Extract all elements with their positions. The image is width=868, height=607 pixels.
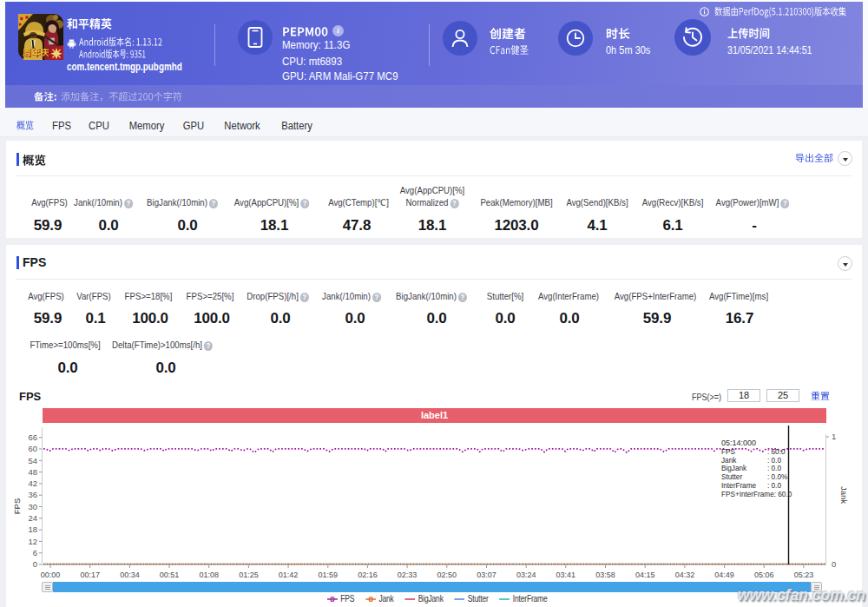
svg-text:04:32: 04:32 [675, 571, 695, 579]
svg-text:24: 24 [28, 513, 37, 523]
svg-text:03:24: 03:24 [516, 571, 536, 579]
svg-text:01:59: 01:59 [319, 571, 339, 579]
svg-text:36: 36 [28, 490, 37, 499]
svg-text:02:50: 02:50 [437, 571, 457, 579]
svg-text:54: 54 [28, 456, 37, 465]
svg-text:12: 12 [28, 537, 37, 546]
svg-text:1: 1 [832, 432, 836, 441]
svg-text:Stutter: Stutter [721, 473, 742, 481]
svg-text:01:25: 01:25 [239, 571, 259, 579]
svg-text:05:23: 05:23 [794, 571, 814, 579]
svg-text:04:15: 04:15 [635, 571, 655, 579]
svg-text:18: 18 [28, 525, 37, 534]
svg-text:: 60.0: : 60.0 [767, 448, 786, 456]
svg-text:02:33: 02:33 [398, 571, 418, 579]
svg-text:30: 30 [28, 502, 37, 511]
svg-text:Jank: Jank [721, 457, 737, 465]
svg-text:60: 60 [28, 444, 37, 453]
svg-text:FPS: FPS [12, 498, 22, 514]
svg-text:: 0.0: : 0.0 [767, 482, 781, 490]
svg-text:00:34: 00:34 [120, 571, 140, 579]
svg-text:48: 48 [28, 467, 37, 477]
svg-text:42: 42 [28, 478, 37, 488]
svg-text:: 0.0: : 0.0 [767, 457, 781, 465]
svg-text:InterFrame: InterFrame [721, 482, 756, 490]
svg-text:FPS: FPS [721, 448, 735, 456]
svg-text:05:14:000: 05:14:000 [721, 439, 756, 447]
svg-text:05:06: 05:06 [754, 571, 774, 579]
svg-text:02:16: 02:16 [358, 571, 378, 579]
svg-text:Jank: Jank [839, 486, 849, 504]
svg-text:01:42: 01:42 [279, 571, 299, 579]
svg-text:BigJank: BigJank [721, 465, 747, 472]
svg-text:00:00: 00:00 [41, 571, 61, 579]
svg-text:03:41: 03:41 [556, 571, 576, 579]
svg-text:03:58: 03:58 [595, 571, 615, 579]
svg-text:66: 66 [28, 432, 37, 442]
svg-text:FPS+InterFrame: 60.0: FPS+InterFrame: 60.0 [721, 491, 792, 498]
svg-text:03:07: 03:07 [477, 571, 496, 579]
svg-text:04:49: 04:49 [714, 571, 734, 579]
svg-text:01:08: 01:08 [199, 571, 219, 579]
svg-text:0: 0 [832, 559, 836, 569]
svg-text:: 0.0%: : 0.0% [767, 473, 787, 481]
svg-text:00:17: 00:17 [80, 571, 100, 579]
svg-text:: 0.0: : 0.0 [767, 465, 781, 472]
svg-text:00:51: 00:51 [160, 571, 180, 579]
svg-text:6: 6 [33, 548, 37, 558]
svg-text:0: 0 [33, 559, 37, 569]
